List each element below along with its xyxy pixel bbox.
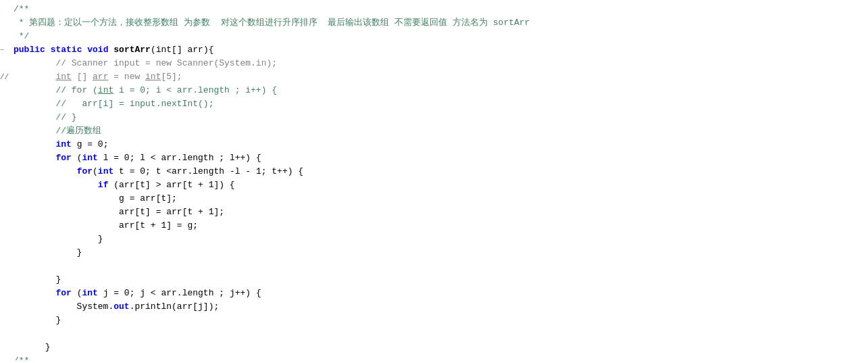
code-line-comment-brace: // } xyxy=(0,111,868,124)
code-line-method: − public static void sortArr (int[] arr)… xyxy=(0,43,868,57)
code-editor: /** * 第四题：定以一个方法，接收整形数组 为参数 对这个数组进行升序排序 … xyxy=(0,0,868,363)
code-line-close-comment: */ xyxy=(0,30,868,43)
header-comment: /** xyxy=(14,3,29,16)
code-line-task: * 第四题：定以一个方法，接收整形数组 为参数 对这个数组进行升序排序 最后输出… xyxy=(0,16,868,30)
code-line-int-arr: // int [] arr = new int [5]; xyxy=(0,70,868,84)
code-line-int-g: int g = 0; xyxy=(0,138,868,151)
code-line-for-t: for ( int t = 0; t <arr.length -l - 1; t… xyxy=(0,165,868,178)
kw-public: public xyxy=(14,43,45,57)
code-line-close-for-l: } xyxy=(0,273,868,287)
code-line-sysout: System. out .println(arr[j]); xyxy=(0,300,868,314)
code-line-bottom: /** xyxy=(0,354,868,360)
code-line-arr-t-assign: arr[t] = arr[t + 1]; xyxy=(0,205,868,219)
code-line-if: if (arr[t] > arr[t + 1]) { xyxy=(0,178,868,192)
code-line-comment-arri: // arr[i] = input.nextInt(); xyxy=(0,97,868,111)
code-line-empty1 xyxy=(0,260,868,273)
close-comment: */ xyxy=(14,30,29,43)
code-line-close-for-t: } xyxy=(0,246,868,260)
method-name: sortArr xyxy=(113,43,151,57)
code-line-for-l: for ( int l = 0; l < arr.length ; l++) { xyxy=(0,151,868,165)
code-line-chinese-comment: //遍历数组 xyxy=(0,124,868,138)
method-params: (int[] arr){ xyxy=(151,43,214,57)
code-line-close-method: } xyxy=(0,341,868,354)
task-comment: * 第四题：定以一个方法，接收整形数组 为参数 对这个数组进行升序排序 最后输出… xyxy=(14,16,530,30)
code-line-comment-for: // for ( int i = 0; i < arr.length ; i++… xyxy=(0,84,868,97)
kw-static: static xyxy=(51,43,82,57)
code-line-close-if: } xyxy=(0,233,868,246)
code-line-g-assign: g = arr[t]; xyxy=(0,192,868,205)
code-line-empty2 xyxy=(0,327,868,341)
code-line-scanner: // Scanner input = new Scanner(System.in… xyxy=(0,57,868,70)
code-line-arr-t1-assign: arr[t + 1] = g; xyxy=(0,219,868,233)
code-line: /** xyxy=(0,3,868,16)
kw-void: void xyxy=(87,43,108,57)
code-line-close-for-j: } xyxy=(0,314,868,327)
code-line-for-j: for ( int j = 0; j < arr.length ; j++) { xyxy=(0,287,868,300)
